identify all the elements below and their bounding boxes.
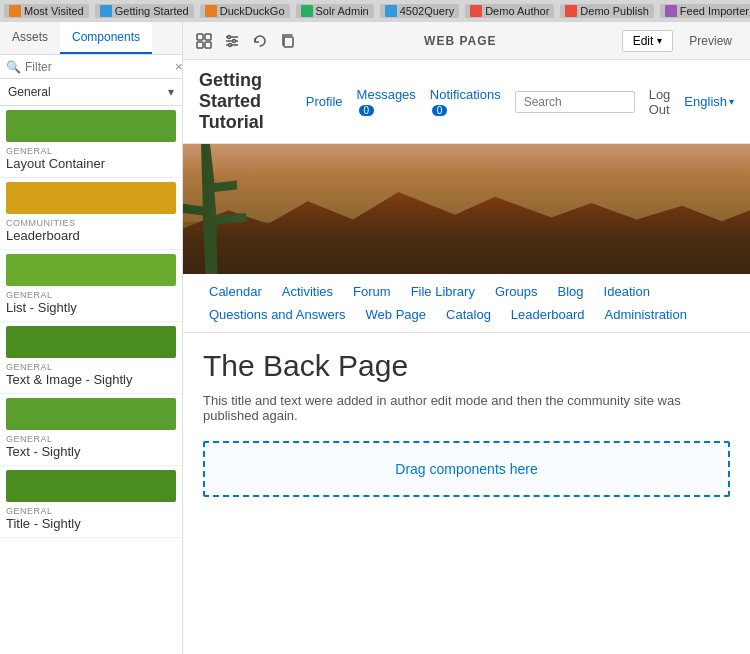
component-color-bar <box>6 398 176 430</box>
list-item[interactable]: GENERAL Layout Container <box>0 106 182 178</box>
sidebar-tabs: Assets Components <box>0 22 182 55</box>
sidebar: Assets Components 🔍 × General ▾ GENERAL … <box>0 22 183 654</box>
component-name: List - Sightly <box>6 300 176 315</box>
component-category: GENERAL <box>6 290 176 300</box>
sidebar-search-container: 🔍 × <box>0 55 182 79</box>
browser-tab-demo-publish[interactable]: Demo Publish <box>560 4 653 18</box>
layout-icon[interactable] <box>193 30 215 52</box>
messages-badge: 0 <box>359 105 375 116</box>
component-color-bar <box>6 110 176 142</box>
component-name: Title - Sightly <box>6 516 176 531</box>
favicon-solr <box>301 5 313 17</box>
component-color-bar <box>6 182 176 214</box>
tab-assets[interactable]: Assets <box>0 22 60 54</box>
hero-image <box>183 144 750 274</box>
list-item[interactable]: COMMUNITIES Leaderboard <box>0 178 182 250</box>
nav-blog[interactable]: Blog <box>548 280 594 303</box>
list-item[interactable]: GENERAL Text & Image - Sightly <box>0 322 182 394</box>
browser-tab-solr[interactable]: Solr Admin <box>296 4 374 18</box>
component-name: Text - Sightly <box>6 444 176 459</box>
nav-forum[interactable]: Forum <box>343 280 401 303</box>
notifications-badge: 0 <box>432 105 448 116</box>
editor-toolbar: WEB PAGE Edit ▾ Preview <box>183 22 750 60</box>
nav-web-page[interactable]: Web Page <box>356 303 436 326</box>
undo-icon[interactable] <box>249 30 271 52</box>
svg-point-7 <box>228 35 231 38</box>
nav-questions-answers[interactable]: Questions and Answers <box>199 303 356 326</box>
browser-tab-feed-importer[interactable]: Feed Importer <box>660 4 750 18</box>
nav-calendar[interactable]: Calendar <box>199 280 272 303</box>
sidebar-filter-dropdown[interactable]: General ▾ <box>0 79 182 106</box>
favicon-duckduckgo <box>205 5 217 17</box>
nav-activities[interactable]: Activities <box>272 280 343 303</box>
site-title: Getting Started Tutorial <box>199 70 306 133</box>
drop-zone[interactable]: Drag components here <box>203 441 730 497</box>
browser-tab-demo-author[interactable]: Demo Author <box>465 4 554 18</box>
nav-messages[interactable]: Messages 0 <box>357 87 416 117</box>
toolbar-right: Edit ▾ Preview <box>622 30 740 52</box>
svg-rect-1 <box>205 34 211 40</box>
favicon-4502query <box>385 5 397 17</box>
search-icon: 🔍 <box>6 60 21 74</box>
browser-tab-duckduckgo[interactable]: DuckDuckGo <box>200 4 290 18</box>
tab-components[interactable]: Components <box>60 22 152 54</box>
filter-label: General <box>8 85 51 99</box>
nav-leaderboard[interactable]: Leaderboard <box>501 303 595 326</box>
list-item[interactable]: GENERAL List - Sightly <box>0 250 182 322</box>
dropdown-arrow-icon: ▾ <box>168 85 174 99</box>
component-category: GENERAL <box>6 434 176 444</box>
component-list: GENERAL Layout Container COMMUNITIES Lea… <box>0 106 182 654</box>
nav-file-library[interactable]: File Library <box>401 280 485 303</box>
browser-tab-most-visited[interactable]: Most Visited <box>4 4 89 18</box>
component-color-bar <box>6 254 176 286</box>
favicon-getting-started <box>100 5 112 17</box>
component-category: COMMUNITIES <box>6 218 176 228</box>
nav-logout[interactable]: Log Out <box>649 87 671 117</box>
component-name: Layout Container <box>6 156 176 171</box>
clear-filter-icon[interactable]: × <box>175 59 183 74</box>
component-color-bar <box>6 470 176 502</box>
preview-button[interactable]: Preview <box>681 31 740 51</box>
nav-catalog[interactable]: Catalog <box>436 303 501 326</box>
filter-input[interactable] <box>25 60 175 74</box>
favicon-demo-publish <box>565 5 577 17</box>
page-subtitle: This title and text were added in author… <box>203 393 730 423</box>
site-nav: Profile Messages 0 Notifications 0 Log O… <box>306 87 734 117</box>
content-area: WEB PAGE Edit ▾ Preview Getting Started … <box>183 22 750 654</box>
page-nav: Calendar Activities Forum File Library G… <box>183 274 750 333</box>
component-category: GENERAL <box>6 146 176 156</box>
page-main-title: The Back Page <box>203 349 730 383</box>
nav-language[interactable]: English ▾ <box>684 94 734 109</box>
edit-dropdown-arrow-icon: ▾ <box>657 35 662 46</box>
svg-point-8 <box>233 39 236 42</box>
edit-button[interactable]: Edit ▾ <box>622 30 674 52</box>
nav-profile[interactable]: Profile <box>306 94 343 109</box>
copy-icon[interactable] <box>277 30 299 52</box>
nav-administration[interactable]: Administration <box>595 303 697 326</box>
nav-notifications[interactable]: Notifications 0 <box>430 87 501 117</box>
svg-rect-2 <box>197 42 203 48</box>
site-search-input[interactable] <box>515 91 635 113</box>
nav-ideation[interactable]: Ideation <box>594 280 660 303</box>
list-item[interactable]: GENERAL Text - Sightly <box>0 394 182 466</box>
favicon-most-visited <box>9 5 21 17</box>
nav-groups[interactable]: Groups <box>485 280 548 303</box>
page-content: The Back Page This title and text were a… <box>183 333 750 523</box>
favicon-demo-author <box>470 5 482 17</box>
svg-rect-3 <box>205 42 211 48</box>
svg-rect-10 <box>284 37 293 47</box>
browser-tab-4502query[interactable]: 4502Query <box>380 4 459 18</box>
settings-icon[interactable] <box>221 30 243 52</box>
edit-label: Edit <box>633 34 654 48</box>
component-name: Leaderboard <box>6 228 176 243</box>
component-name: Text & Image - Sightly <box>6 372 176 387</box>
list-item[interactable]: GENERAL Title - Sightly <box>0 466 182 538</box>
browser-tab-getting-started[interactable]: Getting Started <box>95 4 194 18</box>
webpage: Getting Started Tutorial Profile Message… <box>183 60 750 654</box>
component-category: GENERAL <box>6 362 176 372</box>
toolbar-web-page-label: WEB PAGE <box>305 34 616 48</box>
svg-point-9 <box>229 43 232 46</box>
component-category: GENERAL <box>6 506 176 516</box>
favicon-feed-importer <box>665 5 677 17</box>
site-header: Getting Started Tutorial Profile Message… <box>183 60 750 144</box>
